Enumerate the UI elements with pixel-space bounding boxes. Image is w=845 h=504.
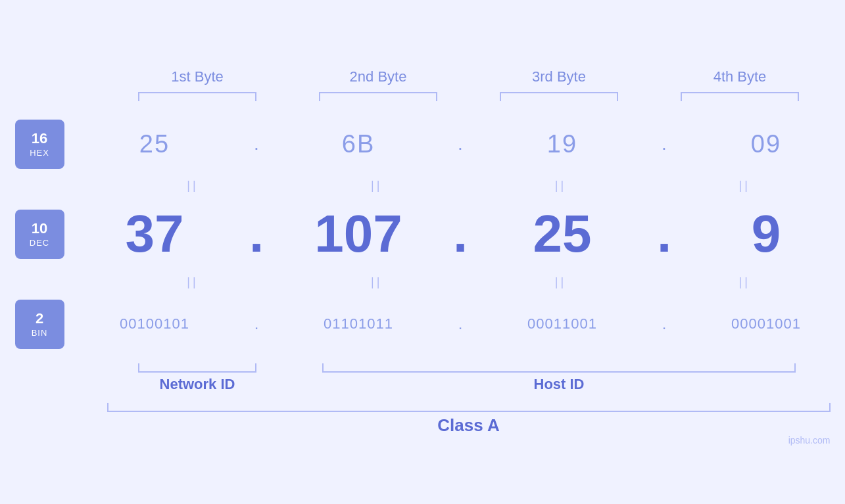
top-brackets-row <box>107 92 831 101</box>
network-id-label: Network ID <box>107 376 288 393</box>
eq1-2: || <box>291 179 462 193</box>
bin-row: 2 BIN 00100101 . 01101011 . 00011001 . <box>15 294 831 354</box>
dec-badge-number: 10 <box>32 220 47 237</box>
dec-badge-label: DEC <box>30 238 49 248</box>
eq2-2: || <box>291 275 462 289</box>
network-bracket-line <box>138 363 256 373</box>
bin-badge-label: BIN <box>32 328 48 338</box>
eq1-4: || <box>659 179 831 193</box>
hex-badge-wrapper: 16 HEX <box>15 120 64 169</box>
class-a-label: Class A <box>107 415 831 436</box>
bottom-section: Network ID Host ID <box>107 363 831 393</box>
network-bracket <box>107 363 288 373</box>
bracket-top-2 <box>319 92 437 101</box>
hex-val-2: 6B <box>268 130 449 158</box>
hex-row: 16 HEX 25 . 6B . 19 . 09 <box>15 114 831 173</box>
hex-badge-number: 16 <box>32 130 47 147</box>
byte-label-3: 3rd Byte <box>469 68 650 85</box>
hex-dot-3: . <box>653 133 676 154</box>
bin-val-3: 00011001 <box>472 315 653 332</box>
eq1-3: || <box>475 179 646 193</box>
eq2-4: || <box>659 275 831 289</box>
dec-val-2: 107 <box>268 208 449 260</box>
dec-badge: 10 DEC <box>15 210 64 259</box>
hex-values: 25 . 6B . 19 . 09 <box>64 130 846 158</box>
class-a-section: Class A <box>15 403 831 436</box>
eq1-1: || <box>107 179 279 193</box>
equals-row-2: || || || || <box>107 275 831 289</box>
bin-dot-2: . <box>449 315 472 333</box>
bin-badge-number: 2 <box>36 310 43 327</box>
hex-val-1: 25 <box>64 130 245 158</box>
top-bracket-3 <box>469 92 650 101</box>
class-a-bracket <box>107 403 831 412</box>
dec-dot-3: . <box>653 204 676 264</box>
hex-badge: 16 HEX <box>15 120 64 169</box>
bin-dot-1: . <box>245 315 268 333</box>
byte-labels-row: 1st Byte 2nd Byte 3rd Byte 4th Byte <box>107 68 831 85</box>
dec-row: 10 DEC 37 . 107 . 25 . 9 <box>15 198 831 270</box>
host-bracket <box>288 363 831 373</box>
dec-badge-wrapper: 10 DEC <box>15 210 64 259</box>
dec-val-3: 25 <box>472 208 653 260</box>
dec-dot-2: . <box>449 204 472 264</box>
bracket-top-3 <box>500 92 618 101</box>
dec-val-1: 37 <box>64 208 245 260</box>
byte-label-1: 1st Byte <box>107 68 288 85</box>
bin-dot-3: . <box>653 315 676 333</box>
bin-badge-wrapper: 2 BIN <box>15 300 64 349</box>
bin-values: 00100101 . 01101011 . 00011001 . 0000100… <box>64 315 846 333</box>
dec-values: 37 . 107 . 25 . 9 <box>64 204 846 264</box>
hex-val-4: 09 <box>676 130 846 158</box>
bracket-top-1 <box>138 92 256 101</box>
hex-badge-label: HEX <box>30 148 49 158</box>
bin-badge: 2 BIN <box>15 300 64 349</box>
byte-label-4: 4th Byte <box>650 68 831 85</box>
main-container: 1st Byte 2nd Byte 3rd Byte 4th Byte 16 H… <box>15 55 831 449</box>
bottom-brackets-row <box>107 363 831 373</box>
top-bracket-2 <box>288 92 469 101</box>
top-bracket-1 <box>107 92 288 101</box>
bin-val-4: 00001001 <box>676 315 846 332</box>
bin-val-2: 01101011 <box>268 315 449 332</box>
bin-val-1: 00100101 <box>64 315 245 332</box>
host-id-label: Host ID <box>288 376 831 393</box>
host-bracket-line <box>322 363 796 373</box>
hex-dot-1: . <box>245 133 268 154</box>
bracket-top-4 <box>681 92 799 101</box>
top-bracket-4 <box>650 92 831 101</box>
eq2-1: || <box>107 275 279 289</box>
hex-val-3: 19 <box>472 130 653 158</box>
dec-dot-1: . <box>245 204 268 264</box>
byte-label-2: 2nd Byte <box>288 68 469 85</box>
watermark: ipshu.com <box>788 435 831 446</box>
eq2-3: || <box>475 275 646 289</box>
hex-dot-2: . <box>449 133 472 154</box>
dec-val-4: 9 <box>676 208 846 260</box>
equals-row-1: || || || || <box>107 179 831 193</box>
id-labels-row: Network ID Host ID <box>107 376 831 393</box>
